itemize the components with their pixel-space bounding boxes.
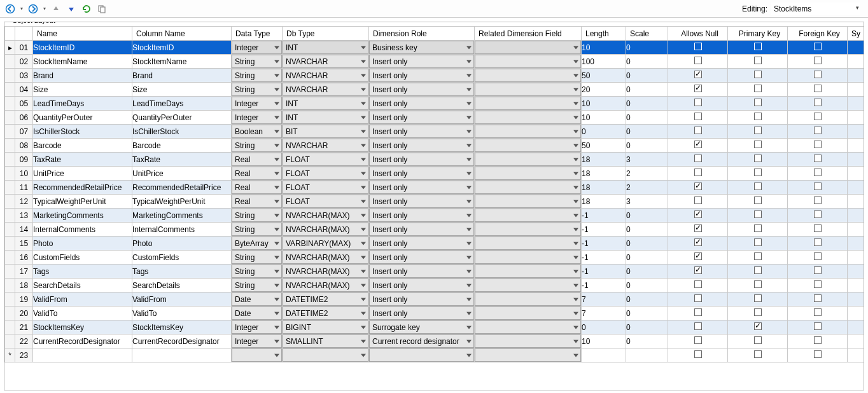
cell-length[interactable]: 100: [582, 55, 626, 69]
cell-scale[interactable]: 0: [626, 293, 668, 307]
cell-data-type[interactable]: String: [232, 139, 283, 153]
move-up-button[interactable]: [50, 3, 62, 15]
cell-db-type[interactable]: FLOAT: [283, 167, 369, 181]
cell-data-type[interactable]: Integer: [232, 41, 283, 55]
cell-length[interactable]: 50: [582, 139, 626, 153]
move-down-button[interactable]: [65, 3, 78, 15]
combo-cell[interactable]: Insert only: [369, 167, 474, 180]
combo-cell[interactable]: Insert only: [369, 69, 474, 82]
cell-data-type[interactable]: Integer: [232, 111, 283, 125]
cell-rel-dim[interactable]: [475, 293, 582, 307]
cell-rel-dim[interactable]: [475, 125, 582, 139]
cell-name[interactable]: RecommendedRetailPrice: [33, 181, 132, 195]
combo-cell[interactable]: DATETIME2: [283, 307, 368, 320]
checkbox[interactable]: [814, 336, 822, 344]
cell-foreign-key[interactable]: [788, 83, 848, 97]
cell-sy[interactable]: [848, 167, 864, 181]
checkbox[interactable]: [814, 197, 822, 204]
checkbox[interactable]: [814, 141, 822, 148]
cell-allows-null[interactable]: [668, 237, 728, 251]
cell-primary-key[interactable]: [728, 41, 788, 55]
checkbox[interactable]: [754, 350, 762, 358]
checkbox[interactable]: [754, 336, 762, 344]
checkbox[interactable]: [694, 99, 702, 106]
checkbox[interactable]: [754, 85, 762, 92]
cell-name[interactable]: QuantityPerOuter: [33, 111, 132, 125]
checkbox[interactable]: [814, 99, 822, 106]
cell-column-name[interactable]: TypicalWeightPerUnit: [132, 195, 232, 209]
combo-cell[interactable]: Real: [232, 167, 282, 180]
combo-cell[interactable]: String: [232, 279, 282, 292]
cell-primary-key[interactable]: [728, 348, 788, 362]
cell-scale[interactable]: 0: [626, 209, 668, 223]
cell-allows-null[interactable]: [668, 307, 728, 321]
cell-foreign-key[interactable]: [788, 348, 848, 362]
combo-cell[interactable]: Insert only: [369, 237, 474, 250]
cell-allows-null[interactable]: [668, 195, 728, 209]
table-row[interactable]: 21StockItemsKeyStockItemsKeyIntegerBIGIN…: [5, 321, 864, 334]
combo-cell[interactable]: [475, 348, 581, 362]
hdr-db-type[interactable]: Db Type: [283, 27, 369, 41]
combo-cell[interactable]: INT: [283, 111, 368, 124]
layout-grid[interactable]: Name Column Name Data Type Db Type Dimen…: [4, 26, 864, 362]
combo-cell[interactable]: Insert only: [369, 55, 474, 68]
cell-name[interactable]: IsChillerStock: [33, 125, 132, 139]
cell-length[interactable]: -1: [582, 237, 626, 251]
cell-column-name[interactable]: Photo: [132, 237, 232, 251]
cell-allows-null[interactable]: [668, 223, 728, 237]
cell-length[interactable]: -1: [582, 209, 626, 223]
combo-cell[interactable]: Insert only: [369, 265, 474, 278]
checkbox[interactable]: [814, 155, 822, 162]
cell-sy[interactable]: [848, 307, 864, 321]
checkbox[interactable]: [754, 113, 762, 120]
combo-cell[interactable]: NVARCHAR(MAX): [283, 223, 368, 236]
cell-sy[interactable]: [848, 111, 864, 125]
checkbox[interactable]: [814, 294, 822, 302]
cell-db-type[interactable]: DATETIME2: [283, 307, 369, 321]
checkbox[interactable]: [754, 224, 762, 232]
cell-length[interactable]: 0: [582, 125, 626, 139]
nav-back-split[interactable]: ▾: [19, 3, 24, 15]
cell-primary-key[interactable]: [728, 167, 788, 181]
checkbox[interactable]: [814, 85, 822, 92]
checkbox[interactable]: [694, 57, 702, 64]
cell-db-type[interactable]: DATETIME2: [283, 293, 369, 307]
checkbox[interactable]: [754, 141, 762, 148]
combo-cell[interactable]: Insert only: [369, 307, 474, 320]
cell-db-type[interactable]: INT: [283, 97, 369, 111]
cell-dim-role[interactable]: Insert only: [369, 251, 475, 265]
cell-db-type[interactable]: NVARCHAR(MAX): [283, 209, 369, 223]
cell-dim-role[interactable]: Insert only: [369, 83, 475, 97]
combo-cell[interactable]: Insert only: [369, 195, 474, 208]
cell-primary-key[interactable]: [728, 97, 788, 111]
cell-data-type[interactable]: Real: [232, 153, 283, 167]
combo-cell[interactable]: BIGINT: [283, 321, 368, 334]
combo-cell[interactable]: Insert only: [369, 153, 474, 166]
cell-dim-role[interactable]: Insert only: [369, 153, 475, 167]
combo-cell[interactable]: Insert only: [369, 223, 474, 236]
cell-db-type[interactable]: NVARCHAR(MAX): [283, 251, 369, 265]
cell-name[interactable]: ValidTo: [33, 307, 132, 321]
cell-db-type[interactable]: INT: [283, 111, 369, 125]
cell-primary-key[interactable]: [728, 223, 788, 237]
cell-scale[interactable]: 0: [626, 279, 668, 293]
cell-foreign-key[interactable]: [788, 209, 848, 223]
cell-primary-key[interactable]: [728, 181, 788, 195]
checkbox[interactable]: [694, 294, 702, 302]
table-row[interactable]: 02StockItemNameStockItemNameStringNVARCH…: [5, 55, 864, 69]
cell-column-name[interactable]: LeadTimeDays: [132, 97, 232, 111]
cell-primary-key[interactable]: [728, 69, 788, 83]
cell-sy[interactable]: [848, 195, 864, 209]
combo-cell[interactable]: [475, 279, 581, 292]
cell-sy[interactable]: [848, 334, 864, 348]
combo-cell[interactable]: [475, 321, 581, 334]
cell-scale[interactable]: 0: [626, 237, 668, 251]
cell-db-type[interactable]: [283, 348, 369, 362]
cell-scale[interactable]: 0: [626, 307, 668, 321]
cell-sy[interactable]: [848, 41, 864, 55]
cell-name[interactable]: Brand: [33, 69, 132, 83]
cell-data-type[interactable]: ByteArray: [232, 237, 283, 251]
cell-name[interactable]: StockItemID: [33, 41, 132, 55]
cell-data-type[interactable]: Integer: [232, 334, 283, 348]
checkbox[interactable]: [754, 99, 762, 106]
